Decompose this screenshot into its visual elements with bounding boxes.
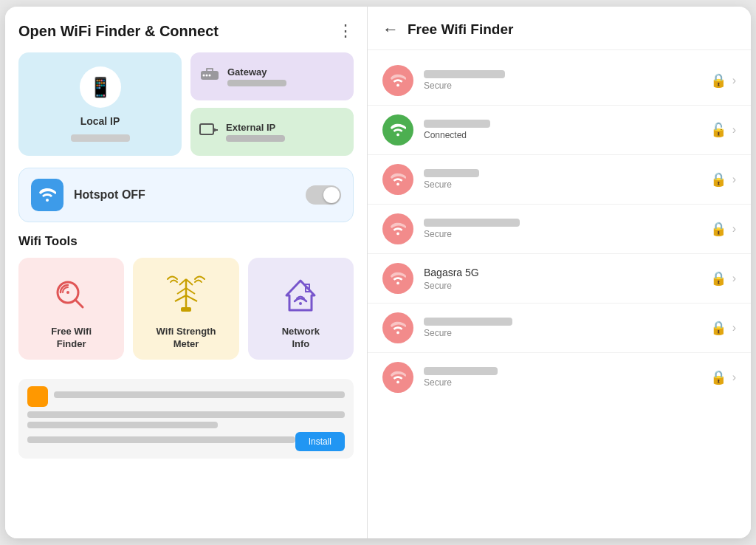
wifi-strength-label: Wifi StrengthMeter (157, 326, 216, 351)
wifi-network-info: Secure (424, 169, 700, 190)
wifi-name-blur (424, 120, 490, 128)
back-button[interactable]: ← (382, 20, 399, 39)
wifi-status-label: Secure (424, 328, 700, 338)
lock-icon: 🔒 (710, 171, 726, 188)
chevron-right-icon: › (732, 123, 736, 137)
right-panel-title: Free Wifi Finder (408, 21, 513, 38)
svg-point-24 (396, 233, 399, 236)
lock-icon: 🔒 (710, 320, 726, 336)
network-info-label: NetworkInfo (282, 326, 320, 351)
chevron-right-icon: › (732, 272, 736, 285)
wifi-status-label: Connected (424, 130, 700, 140)
wifi-right-icons: 🔒 › (710, 369, 736, 385)
wifi-status-label: Secure (424, 229, 700, 239)
ad-line1-blur (27, 411, 345, 418)
wifi-strength-icon (162, 271, 210, 318)
wifi-network-item[interactable]: Connected 🔓 › (368, 106, 751, 155)
wifi-network-item[interactable]: Bagasra 5G Secure 🔒 › (368, 254, 751, 304)
external-ip-card[interactable]: External IP (190, 108, 354, 156)
svg-line-12 (186, 279, 193, 285)
wifi-list: Secure 🔒 › Connected (368, 50, 751, 538)
wifi-network-item[interactable]: Secure 🔒 › (368, 56, 751, 106)
wifi-network-item[interactable]: Secure 🔒 › (368, 304, 751, 353)
menu-dots-button[interactable]: ⋮ (337, 21, 354, 41)
wifi-name-blur (424, 367, 498, 375)
chevron-right-icon: › (732, 222, 736, 236)
gateway-card[interactable]: Gateway (190, 52, 354, 100)
local-ip-card[interactable]: 📱 Local IP (18, 52, 182, 156)
gateway-text: Gateway (227, 66, 286, 86)
ad-logo (27, 386, 48, 407)
chevron-right-icon: › (732, 321, 736, 335)
wifi-signal-icon (382, 65, 413, 96)
wifi-signal-icon (382, 263, 413, 294)
local-ip-label: Local IP (80, 115, 120, 127)
wifi-strength-meter-tool[interactable]: Wifi StrengthMeter (133, 258, 238, 360)
external-ip-icon (199, 122, 219, 143)
svg-point-8 (66, 291, 69, 294)
svg-line-11 (179, 279, 186, 285)
chevron-right-icon: › (732, 74, 736, 87)
wifi-right-icons: 🔓 › (710, 122, 736, 138)
wifi-status-label: Secure (424, 281, 700, 291)
svg-rect-17 (181, 307, 191, 312)
lock-icon: 🔒 (710, 270, 726, 287)
svg-point-21 (396, 84, 399, 87)
right-panel: ← Free Wifi Finder Secure (368, 7, 751, 538)
chevron-right-icon: › (732, 173, 736, 186)
free-wifi-finder-tool[interactable]: Free WifiFinder (18, 258, 124, 360)
svg-point-26 (396, 332, 399, 335)
gateway-icon (199, 66, 220, 87)
lock-icon: 🔒 (710, 369, 726, 385)
wifi-network-item[interactable]: Secure 🔒 › (368, 205, 751, 254)
ad-install-button[interactable]: Install (295, 432, 345, 451)
wifi-status-label: Secure (424, 179, 700, 190)
svg-point-22 (396, 134, 399, 137)
toggle-knob (323, 187, 340, 203)
lock-icon: 🔒 (710, 221, 726, 237)
wifi-name-blur (424, 318, 512, 326)
wifi-network-info: Connected (424, 120, 700, 140)
wifi-status-label: Secure (424, 80, 700, 91)
svg-rect-4 (200, 124, 213, 134)
ip-cards-row: 📱 Local IP (18, 52, 354, 156)
hotspot-toggle[interactable] (306, 185, 341, 205)
wifi-network-info: Secure (424, 70, 700, 91)
wifi-right-icons: 🔒 › (710, 270, 736, 287)
external-ip-value-blur (226, 135, 285, 142)
svg-point-2 (206, 74, 208, 76)
wifi-network-item[interactable]: Secure 🔒 › (368, 353, 751, 402)
svg-point-6 (46, 199, 49, 202)
wifi-network-info: Secure (424, 219, 700, 239)
wifi-tools-section: Wifi Tools Free WifiFinder (18, 234, 354, 360)
wifi-network-item[interactable]: Secure 🔒 › (368, 155, 751, 205)
network-info-tool[interactable]: NetworkInfo (248, 258, 354, 360)
wifi-right-icons: 🔒 › (710, 171, 736, 188)
wifi-signal-icon (382, 114, 413, 145)
svg-line-13 (177, 288, 186, 294)
left-header: Open WiFi Finder & Connect ⋮ (18, 21, 354, 41)
right-header: ← Free Wifi Finder (368, 7, 751, 50)
wifi-status-label: Secure (424, 377, 700, 388)
network-info-icon (277, 271, 324, 318)
chevron-right-icon: › (732, 371, 736, 384)
app-container: Open WiFi Finder & Connect ⋮ 📱 Local IP (5, 7, 751, 538)
wifi-signal-icon (382, 312, 413, 343)
gateway-label: Gateway (227, 66, 286, 78)
lock-icon: 🔒 (710, 72, 726, 89)
wifi-network-info: Bagasra 5G Secure (424, 267, 700, 291)
wifi-name-blur (424, 219, 520, 227)
svg-point-1 (203, 74, 205, 76)
svg-line-14 (186, 288, 195, 294)
gateway-value-blur (227, 80, 286, 86)
phone-icon: 📱 (80, 66, 121, 108)
wifi-right-icons: 🔒 › (710, 72, 736, 89)
external-ip-text: External IP (226, 122, 285, 142)
wifi-network-name: Bagasra 5G (424, 267, 700, 278)
left-panel: Open WiFi Finder & Connect ⋮ 📱 Local IP (5, 7, 367, 538)
svg-point-27 (396, 381, 399, 384)
svg-point-25 (396, 282, 399, 285)
local-ip-value-blur (71, 134, 130, 142)
wifi-network-info: Secure (424, 318, 700, 338)
hotspot-card: Hotspot OFF (18, 168, 354, 222)
